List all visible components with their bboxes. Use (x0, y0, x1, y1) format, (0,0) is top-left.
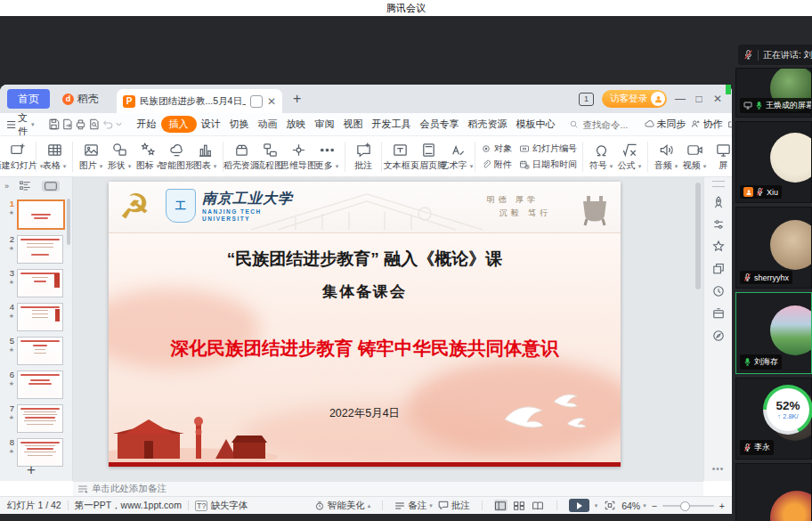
tool-datetime-button[interactable]: 日期和时间 (519, 157, 577, 172)
guest-login-button[interactable]: 访客登录 (602, 90, 667, 108)
history-icon[interactable] (711, 284, 726, 298)
reading-view-button[interactable] (532, 500, 545, 511)
slide-thumbnail-7[interactable] (17, 404, 63, 433)
tool-smartart-button[interactable]: 智能图形 (162, 142, 191, 172)
slide-thumbnail-1[interactable] (17, 199, 65, 230)
normal-view-button[interactable] (494, 500, 508, 511)
undo-icon[interactable] (101, 117, 114, 133)
hamburger-icon[interactable] (5, 117, 18, 133)
missing-font-button[interactable]: T? 缺失字体 (195, 500, 248, 512)
canvas-scrollbar[interactable] (695, 183, 701, 289)
outline-view-icon[interactable] (20, 181, 31, 191)
minimize-button[interactable]: — (675, 93, 686, 105)
participant-tile-刘海存[interactable]: 刘海存 (735, 292, 812, 374)
save-icon[interactable] (47, 117, 61, 133)
zoom-in-button[interactable]: + (719, 501, 725, 511)
print-icon[interactable] (74, 117, 87, 133)
tool-slidenum-button[interactable]: 幻灯片编号 (519, 141, 577, 156)
zoom-slider-knob[interactable] (680, 501, 690, 511)
menu-item-3[interactable]: 切换 (225, 116, 254, 133)
sync-status[interactable]: 未同步 (644, 118, 686, 131)
panel-scrollbar[interactable] (67, 199, 70, 245)
smart-beautify-button[interactable]: 智能美化▴ (314, 500, 371, 512)
object-properties-icon[interactable] (711, 217, 726, 232)
expand-panel-icon[interactable]: » (4, 182, 9, 191)
docer-resources-icon[interactable] (711, 306, 726, 321)
tool-headerfooter-button[interactable]: 页眉页脚 (414, 142, 443, 172)
menu-item-0[interactable]: 开始 (133, 116, 161, 133)
tab-home[interactable]: 首页 (7, 89, 50, 109)
speed-gauge-widget[interactable]: 52% ↑ 2.8K/ (763, 385, 812, 435)
rail-drag-handle[interactable] (712, 181, 725, 187)
tool-video-button[interactable]: 视频 ▾ (680, 142, 709, 172)
slide-thumbnail-2[interactable] (17, 235, 63, 264)
menu-item-11[interactable]: 模板中心 (512, 116, 560, 133)
doc-assistant-icon[interactable] (250, 95, 263, 108)
print-preview-icon[interactable] (87, 117, 101, 133)
search-input[interactable] (581, 118, 644, 131)
new-tab-button[interactable]: + (293, 91, 301, 107)
participant-tile-王焕成的屏幕共享[interactable]: 王焕成的屏幕共享 (735, 68, 812, 118)
play-options-caret-icon[interactable]: ▾ (595, 502, 598, 509)
slideshow-play-button[interactable] (569, 499, 589, 512)
slide-layout-icon[interactable] (711, 262, 726, 276)
slide-thumbnail-4[interactable] (17, 303, 63, 331)
notes-bar[interactable]: 单击此处添加备注 (73, 481, 703, 496)
navigation-icon[interactable] (711, 329, 726, 343)
menu-item-10[interactable]: 稻壳资源 (464, 116, 512, 133)
rail-more-icon[interactable]: ••• (712, 464, 725, 474)
menu-item-1[interactable]: 插入 (161, 116, 197, 133)
fit-slide-button[interactable] (603, 500, 616, 511)
slide-subtitle[interactable]: 集体备课会 (109, 281, 621, 302)
comment-toggle-button[interactable]: 批注 (438, 500, 470, 512)
tool-object-button[interactable]: 对象 (481, 141, 512, 156)
tool-docer-button[interactable]: 稻壳资源 (227, 142, 256, 172)
menu-item-8[interactable]: 开发工具 (368, 116, 416, 133)
slide-thumbnail-6[interactable] (17, 370, 63, 399)
collab-button[interactable]: 协作 (690, 118, 723, 131)
tool-audio-button[interactable]: 音频 ▾ (652, 142, 680, 172)
menu-item-4[interactable]: 动画 (254, 116, 282, 133)
tool-wordart-button[interactable]: 艺术字 ▾ (443, 142, 471, 172)
slide-thumbnail-5[interactable] (17, 337, 63, 365)
participant-tile-Xiu[interactable]: Xiu (735, 121, 812, 203)
file-menu[interactable]: 文件▾ (18, 111, 35, 138)
tool-screenrec-button[interactable]: 屏 (709, 142, 732, 172)
zoom-level[interactable]: 64%▾ (621, 501, 646, 511)
menu-item-2[interactable]: 设计 (197, 116, 225, 133)
tool-new-slide-button[interactable]: 新建幻灯片 ▾ (4, 142, 32, 172)
tool-image-button[interactable]: 图片 ▾ (77, 142, 105, 172)
participant-tile-hidden-5[interactable] (735, 463, 812, 521)
slide-canvas[interactable]: ☭ 工 南京工业大学 NANJING TECH UNIVERSITY 明德 厚学… (109, 182, 621, 467)
slide-thumbnail-8[interactable] (17, 438, 63, 467)
window-manage-icon[interactable]: 1 (579, 93, 594, 106)
slide-headline[interactable]: 深化民族团结进步教育 铸牢中华民族共同体意识 (109, 336, 621, 361)
tool-mindmap-button[interactable]: 思维导图 (284, 142, 313, 172)
tool-comment-button[interactable]: 批注 (349, 142, 378, 172)
tool-attach-button[interactable]: 附件 (481, 157, 512, 172)
slide-title[interactable]: “民族团结进步教育” 融入《概论》课 (109, 248, 621, 271)
tool-more-button[interactable]: 更多 ▾ (313, 142, 341, 172)
menu-item-9[interactable]: 会员专享 (416, 116, 464, 133)
tool-table-button[interactable]: 表格 ▾ (40, 142, 69, 172)
slide-thumbnail-3[interactable] (17, 269, 63, 297)
maximize-button[interactable]: □ (694, 93, 704, 105)
zoom-out-button[interactable]: − (652, 501, 657, 511)
toolbar-options-caret-icon[interactable] (114, 117, 124, 133)
tool-symbol-button[interactable]: 符号 ▾ (587, 142, 615, 172)
command-search[interactable] (569, 118, 644, 131)
thumbnail-view-icon[interactable] (42, 181, 60, 191)
tab-document[interactable]: P 民族团结进步教...5月4日上午) ✕ (117, 89, 282, 113)
notes-toggle-button[interactable]: 备注▾ (394, 500, 433, 512)
menu-item-6[interactable]: 审阅 (311, 116, 339, 133)
menu-item-5[interactable]: 放映 (282, 116, 311, 133)
zoom-slider[interactable] (662, 505, 714, 507)
tab-close-icon[interactable]: ✕ (267, 96, 276, 107)
participant-tile-sherryyhx[interactable]: sherryyhx (735, 207, 812, 289)
tool-formula-button[interactable]: 公式 ▾ (615, 142, 644, 172)
output-icon[interactable] (61, 117, 74, 133)
menu-item-7[interactable]: 视图 (339, 116, 368, 133)
slide-sorter-view-button[interactable] (513, 500, 526, 511)
beautify-icon[interactable] (711, 195, 726, 209)
add-slide-button[interactable]: + (27, 461, 36, 479)
